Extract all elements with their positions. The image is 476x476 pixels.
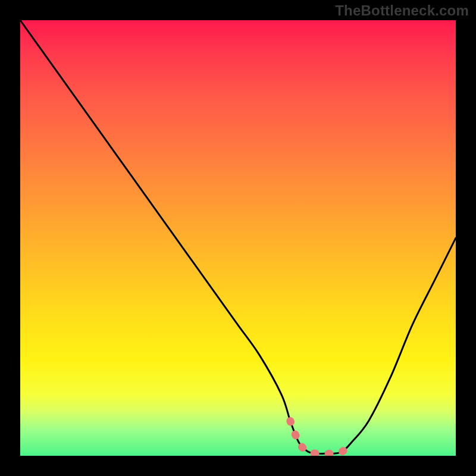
chart-overlay — [20, 20, 456, 456]
highlight-path — [290, 421, 351, 453]
curve-path — [20, 20, 456, 454]
plot-area — [20, 20, 456, 456]
watermark-text: TheBottleneck.com — [335, 2, 469, 19]
chart-frame: TheBottleneck.com — [0, 0, 476, 476]
